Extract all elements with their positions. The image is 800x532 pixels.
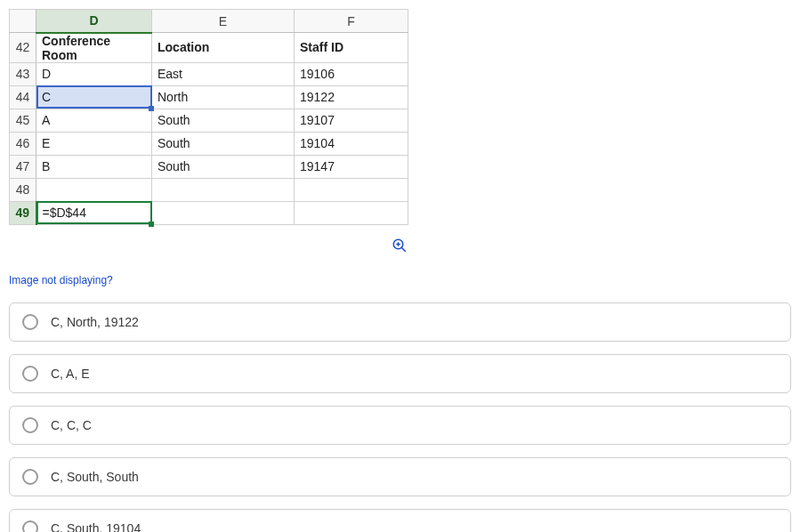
cell-d47[interactable]: B	[36, 155, 152, 178]
cell-e42[interactable]: Location	[152, 33, 295, 63]
cell-f47[interactable]: 19147	[295, 155, 408, 178]
row-header-49[interactable]: 49	[10, 201, 36, 224]
cell-e47[interactable]: South	[152, 155, 295, 178]
cell-e44[interactable]: North	[152, 85, 295, 109]
row-header-47[interactable]: 47	[10, 155, 36, 178]
answer-option-label: C, North, 19122	[51, 315, 139, 329]
row-header-45[interactable]: 45	[10, 109, 36, 132]
answer-option-label: C, A, E	[51, 367, 90, 381]
cell-f43[interactable]: 19106	[295, 62, 408, 85]
row-header-43[interactable]: 43	[10, 62, 36, 85]
cell-e45[interactable]: South	[152, 109, 295, 132]
row-header-42[interactable]: 42	[10, 33, 36, 63]
spreadsheet-grid[interactable]: D E F 42 Conference Room Location Staff …	[9, 9, 408, 225]
column-header-d[interactable]: D	[36, 10, 152, 33]
cell-f42[interactable]: Staff ID	[295, 33, 408, 63]
radio-icon	[22, 417, 38, 433]
answer-option-5[interactable]: C, South, 19104	[9, 509, 791, 533]
cell-d48[interactable]	[36, 178, 152, 201]
cell-d43[interactable]: D	[36, 62, 152, 85]
cell-f48[interactable]	[295, 178, 408, 201]
radio-icon	[22, 366, 38, 382]
cell-e48[interactable]	[152, 178, 295, 201]
answer-option-3[interactable]: C, C, C	[9, 406, 791, 445]
cell-e49[interactable]	[152, 201, 295, 224]
radio-icon	[22, 520, 38, 533]
answer-option-4[interactable]: C, South, South	[9, 457, 791, 496]
cell-f44[interactable]: 19122	[295, 85, 408, 109]
image-not-displaying-link[interactable]: Image not displaying?	[9, 274, 113, 286]
cell-f49[interactable]	[295, 201, 408, 224]
cell-d46[interactable]: E	[36, 132, 152, 155]
column-header-f[interactable]: F	[295, 10, 408, 33]
answer-options: C, North, 19122 C, A, E C, C, C C, South…	[9, 302, 791, 533]
radio-icon	[22, 314, 38, 330]
row-header-48[interactable]: 48	[10, 178, 36, 201]
answer-option-label: C, South, 19104	[51, 521, 141, 533]
cell-d44[interactable]: C	[36, 85, 152, 109]
radio-icon	[22, 469, 38, 485]
row-header-46[interactable]: 46	[10, 132, 36, 155]
answer-option-1[interactable]: C, North, 19122	[9, 302, 791, 342]
row-header-44[interactable]: 44	[10, 85, 36, 109]
select-all-corner[interactable]	[10, 10, 36, 33]
answer-option-label: C, C, C	[51, 418, 92, 432]
cell-d42[interactable]: Conference Room	[36, 33, 152, 63]
cell-e43[interactable]: East	[152, 62, 295, 85]
answer-option-2[interactable]: C, A, E	[9, 354, 791, 393]
cell-e46[interactable]: South	[152, 132, 295, 155]
cell-f45[interactable]: 19107	[295, 109, 408, 132]
cell-f46[interactable]: 19104	[295, 132, 408, 155]
answer-option-label: C, South, South	[51, 470, 139, 484]
cell-d49[interactable]: =$D$44	[36, 201, 152, 224]
cell-d45[interactable]: A	[36, 109, 152, 132]
svg-line-1	[401, 247, 406, 252]
column-header-e[interactable]: E	[152, 10, 295, 33]
zoom-in-icon[interactable]	[392, 238, 408, 256]
